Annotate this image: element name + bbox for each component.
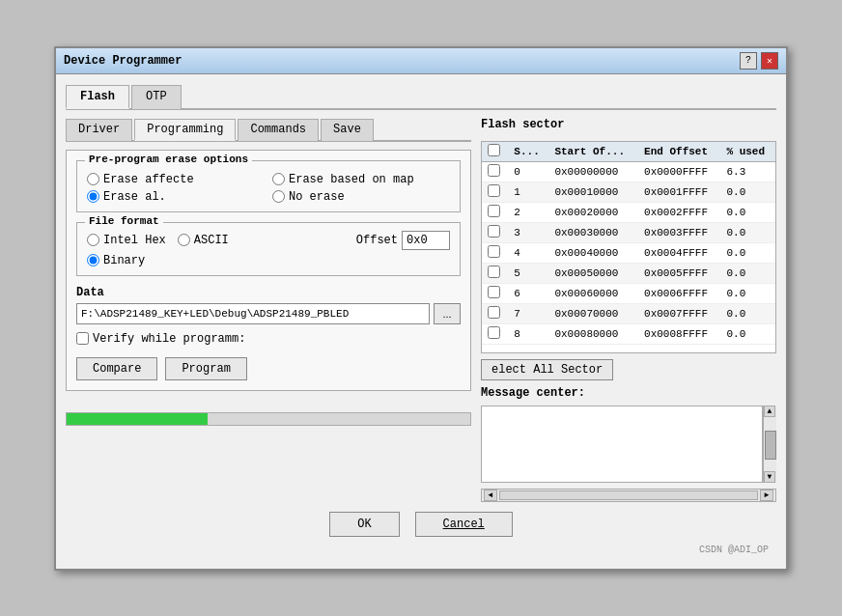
row-checkbox[interactable] [488,184,500,197]
row-start: 0x00000000 [548,161,638,182]
sector-table: S... Start Of... End Offset % used 0 0x0… [482,142,775,345]
file-format-group: File format Intel Hex ASCII Of [76,222,461,276]
row-sector: 3 [508,222,548,242]
sub-tab-driver[interactable]: Driver [66,119,132,141]
message-hscroll[interactable]: ◄ ► [481,489,776,502]
progress-section [66,406,471,432]
data-file-row: ... [76,303,461,324]
data-file-input[interactable] [76,303,430,324]
erase-label-4: No erase [289,190,345,204]
compare-button[interactable]: Compare [76,357,157,380]
row-sector: 5 [508,263,548,283]
hscroll-left-btn[interactable]: ◄ [484,490,497,501]
row-used: 0.0 [720,182,775,202]
scroll-up-btn[interactable]: ▲ [764,406,775,417]
browse-button[interactable]: ... [434,303,461,324]
select-all-checkbox[interactable] [488,144,500,156]
tab-flash[interactable]: Flash [66,85,129,109]
row-used: 0.0 [720,323,775,344]
top-tabs: Flash OTP [66,84,776,110]
erase-radio-3[interactable] [87,190,99,203]
row-checkbox-cell [482,161,508,182]
close-button[interactable]: ✕ [761,52,778,70]
row-start: 0x00060000 [548,283,638,303]
action-buttons: Compare Program [76,357,461,380]
help-button[interactable]: ? [740,52,757,70]
program-button[interactable]: Program [165,357,246,380]
table-row: 0 0x00000000 0x0000FFFF 6.3 [482,161,775,182]
table-row: 2 0x00020000 0x0002FFFF 0.0 [482,202,775,222]
row-checkbox[interactable] [488,326,500,339]
sub-tab-programming[interactable]: Programming [134,119,236,141]
row-end: 0x0003FFFF [638,222,720,242]
erase-radio-4[interactable] [272,190,285,203]
format-radio-ascii[interactable] [178,234,190,246]
row-end: 0x0001FFFF [638,182,720,202]
row-start: 0x00040000 [548,242,638,263]
col-end: End Offset [638,142,720,162]
tab-otp[interactable]: OTP [131,85,182,109]
row-checkbox-cell [482,242,508,263]
sub-tab-save[interactable]: Save [321,119,374,141]
sub-tabs: Driver Programming Commands Save [66,118,471,142]
row-start: 0x00010000 [548,182,638,202]
ok-button[interactable]: OK [329,512,399,537]
message-center-container: ▲ ▼ [481,406,776,483]
row-end: 0x0007FFFF [638,303,720,323]
sector-table-container[interactable]: S... Start Of... End Offset % used 0 0x0… [481,141,776,353]
row-end: 0x0006FFFF [638,283,720,303]
watermark: CSDN @ADI_OP [66,545,776,559]
row-start: 0x00050000 [548,263,638,283]
format-ascii: ASCII [178,234,229,247]
sub-tab-commands[interactable]: Commands [238,119,319,141]
row-start: 0x00070000 [548,303,638,323]
row-checkbox[interactable] [488,266,500,278]
table-row: 5 0x00050000 0x0005FFFF 0.0 [482,263,775,283]
row-used: 0.0 [720,283,775,303]
format-radio-intelhex[interactable] [87,234,99,246]
erase-radio-1[interactable] [87,173,99,185]
erase-label-1: Erase affecte [103,173,194,186]
message-scrollbar[interactable]: ▲ ▼ [763,406,776,483]
row-checkbox[interactable] [488,164,500,177]
format-binary: Binary [87,254,450,267]
dialog-content: Flash OTP Driver Programming Commands Sa… [56,74,786,569]
row-checkbox[interactable] [488,225,500,238]
col-start: Start Of... [548,142,638,162]
row-end: 0x0000FFFF [638,161,720,182]
offset-input[interactable] [402,231,450,250]
erase-option-2: Erase based on map [272,173,450,186]
row-sector: 0 [508,161,548,182]
row-used: 6.3 [720,161,775,182]
row-checkbox[interactable] [488,306,500,319]
hscroll-right-btn[interactable]: ► [760,490,773,501]
bottom-bar: OK Cancel [66,502,776,545]
dialog-title: Device Programmer [64,54,182,68]
cancel-button[interactable]: Cancel [415,512,513,537]
dialog-window: Device Programmer ? ✕ Flash OTP Driver P… [54,46,788,571]
row-end: 0x0005FFFF [638,263,720,283]
erase-options-title: Pre-program erase options [85,154,252,165]
scroll-down-btn[interactable]: ▼ [764,471,775,483]
format-radio-binary[interactable] [87,254,99,266]
verify-checkbox[interactable] [76,332,89,345]
file-format-title: File format [85,215,163,227]
erase-options-grid: Erase affecte Erase based on map Erase a… [87,173,450,204]
data-section: Data ... [76,286,461,324]
table-header-row: S... Start Of... End Offset % used [482,142,775,162]
row-checkbox[interactable] [488,286,500,298]
row-checkbox[interactable] [488,245,500,258]
row-checkbox[interactable] [488,205,500,217]
erase-radio-2[interactable] [272,173,285,185]
row-used: 0.0 [720,202,775,222]
flash-sector-title: Flash sector [481,118,776,131]
title-bar: Device Programmer ? ✕ [56,48,786,74]
scroll-thumb[interactable] [765,431,776,460]
row-checkbox-cell [482,222,508,242]
verify-row: Verify while programm: [76,332,461,346]
row-used: 0.0 [720,263,775,283]
row-checkbox-cell [482,202,508,222]
row-used: 0.0 [720,303,775,323]
select-all-sector-button[interactable]: elect All Sector [481,359,613,380]
hscroll-thumb [499,490,758,500]
